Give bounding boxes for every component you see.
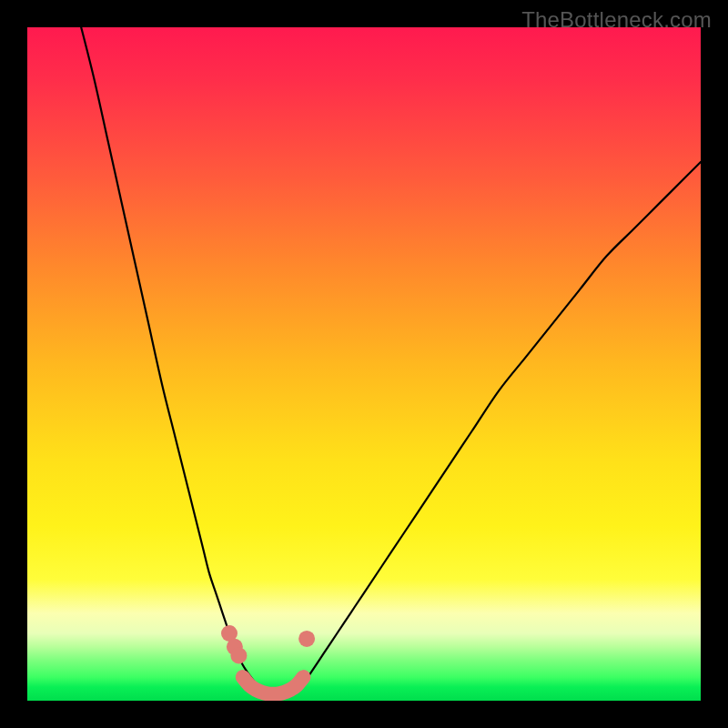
right-curve [297,162,701,691]
left-curve [81,27,263,691]
data-markers [221,625,315,663]
data-marker [230,647,247,663]
watermark-text: TheBottleneck.com [521,7,712,33]
plot-area [27,27,701,701]
chart-svg [27,27,701,701]
data-marker [298,631,315,647]
bottom-u-marker [243,677,304,694]
chart-frame: TheBottleneck.com [0,0,728,728]
